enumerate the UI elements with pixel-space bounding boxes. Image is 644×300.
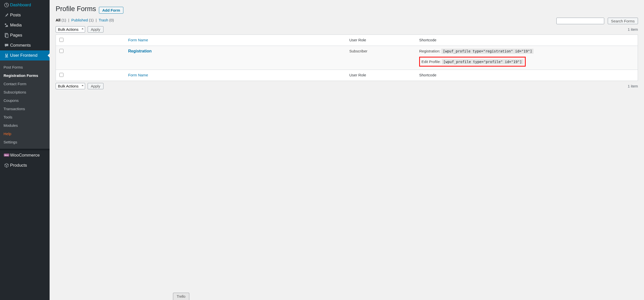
svg-text:Woo: Woo [5,154,8,156]
table-row: Registration Subscriber Registration: [w… [56,46,638,70]
row-checkbox[interactable] [59,49,63,53]
sidebar-item-media[interactable]: Media [0,20,50,30]
filter-trash[interactable]: Trash [99,18,108,22]
bulk-actions-select-top[interactable]: Bulk Actions [56,26,85,33]
filter-trash-count: (0) [109,18,114,22]
select-all-bottom[interactable] [59,73,63,77]
sidebar-item-posts[interactable]: Posts [0,10,50,20]
svg-point-1 [5,23,6,25]
filter-all[interactable]: All [56,18,60,22]
filter-published[interactable]: Published [71,18,88,22]
woocommerce-icon: Woo [3,154,10,157]
bulk-actions-select-bottom[interactable]: Bulk Actions [56,83,85,89]
trello-tab[interactable]: Trello [173,293,189,300]
search-button[interactable]: Search Forms [608,18,638,24]
sidebar-item-label: Comments [10,43,31,48]
submenu-transactions[interactable]: Transactions [0,105,50,113]
registration-shortcode-line: Registration: [wpuf_profile type="regist… [419,49,635,53]
sidebar-item-label: Media [10,23,22,28]
sidebar-item-label: User Frontend [10,53,38,58]
submenu-user-frontend: Post Forms Registration Forms Contact Fo… [0,61,50,149]
forms-table: Form Name User Role Shortcode Registrati… [56,35,638,81]
col-shortcode: Shortcode [417,35,638,46]
col-form-name[interactable]: Form Name [128,38,148,42]
apply-button-bottom[interactable]: Apply [88,83,104,89]
sidebar-item-label: Products [10,163,27,168]
page-title: Profile Forms [56,3,96,15]
comment-icon [3,43,10,48]
submenu-help[interactable]: Help [0,130,50,138]
main-content: Profile Forms Add Form All (1) | Publish… [50,0,644,300]
submenu-subscriptions[interactable]: Subscriptions [0,88,50,96]
sidebar-item-label: Dashboard [10,3,31,8]
search-box: Search Forms [556,18,638,24]
submenu-settings[interactable]: Settings [0,138,50,146]
admin-sidebar: Dashboard Posts Media Pages Comments [0,0,50,300]
submenu-tools[interactable]: Tools [0,113,50,121]
submenu-coupons[interactable]: Coupons [0,96,50,105]
form-title-link[interactable]: Registration [128,49,152,53]
submenu-modules[interactable]: Modules [0,121,50,130]
sidebar-item-woocommerce[interactable]: Woo WooCommerce [0,150,50,160]
filter-all-count: (1) [61,18,66,22]
dashboard-icon [3,3,10,8]
submenu-contact-form[interactable]: Contact Form [0,80,50,88]
sidebar-item-comments[interactable]: Comments [0,40,50,50]
submenu-registration-forms[interactable]: Registration Forms [0,71,50,80]
highlight-annotation: Edit Profile: [wpuf_profile type="profil… [419,57,526,67]
svg-rect-4 [5,57,8,57]
status-filters: All (1) | Published (1) | Trash (0) [56,18,123,22]
edit-profile-shortcode[interactable]: [wpuf_profile type="profile" id="19"] [442,59,523,64]
sidebar-item-label: Pages [10,33,22,38]
sidebar-item-label: Posts [10,13,21,18]
edit-profile-shortcode-label: Edit Profile: [421,59,442,64]
add-form-button[interactable]: Add Form [99,7,123,14]
item-count-top: 1 item [628,27,638,32]
registration-shortcode[interactable]: [wpuf_profile type="registration" id="19… [441,49,533,54]
submenu-post-forms[interactable]: Post Forms [0,63,50,71]
col-shortcode-foot: Shortcode [417,70,638,81]
col-form-name-foot[interactable]: Form Name [128,73,148,77]
pin-icon [3,13,10,18]
products-icon [3,163,10,168]
svg-rect-3 [6,34,8,38]
col-user-role: User Role [347,35,417,46]
pages-icon [3,33,10,38]
sidebar-item-products[interactable]: Products [0,160,50,170]
sidebar-item-user-frontend[interactable]: User Frontend [0,50,50,61]
media-icon [3,23,10,28]
edit-profile-shortcode-line: Edit Profile: [wpuf_profile type="profil… [421,59,523,64]
sidebar-item-label: WooCommerce [10,153,40,158]
row-user-role: Subscriber [347,46,417,70]
select-all-top[interactable] [59,38,63,42]
user-frontend-icon [3,53,10,58]
sidebar-item-pages[interactable]: Pages [0,30,50,40]
col-user-role-foot: User Role [347,70,417,81]
search-input[interactable] [556,18,604,24]
item-count-bottom: 1 item [628,84,638,88]
filter-published-count: (1) [89,18,93,22]
apply-button-top[interactable]: Apply [88,26,104,33]
sidebar-item-dashboard[interactable]: Dashboard [0,0,50,10]
registration-shortcode-label: Registration: [419,49,441,53]
